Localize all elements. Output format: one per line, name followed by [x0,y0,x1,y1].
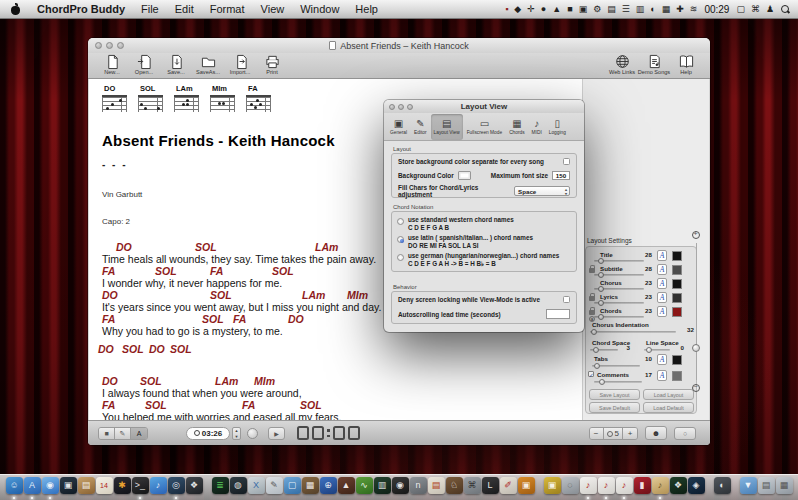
tabs-font-button[interactable]: A [657,354,667,365]
load-default-button[interactable]: Load Default [643,402,694,413]
page-zoom-slider[interactable] [692,231,704,392]
dock-contacts[interactable]: ▤ [78,477,95,494]
save-default-button[interactable]: Save Default [589,402,640,413]
slider-thumb[interactable] [598,258,604,264]
tab-midi[interactable]: ♪MIDI [529,114,545,140]
dock-safari[interactable]: ◉ [42,477,59,494]
chords-size-slider[interactable] [594,316,644,318]
subtitle-color-swatch[interactable] [672,265,682,275]
subtitle-font-button[interactable]: A [657,264,667,275]
radio-button[interactable] [397,218,404,225]
round-button[interactable] [247,428,258,439]
tabs-color-swatch[interactable] [672,355,682,365]
chorus-indentation-slider[interactable] [590,331,676,333]
radio-button[interactable] [397,254,404,261]
zoom-in-icon[interactable] [692,231,700,239]
slider-thumb[interactable] [598,300,604,306]
import-button[interactable]: Import... [224,54,256,75]
web-links-button[interactable]: Web Links [606,54,638,75]
menu-help[interactable]: Help [355,3,378,15]
title-size-slider[interactable] [594,260,644,262]
slider-thumb[interactable] [598,314,604,320]
dock-animal-app[interactable]: ♘ [446,477,463,494]
lyrics-font-button[interactable]: A [657,292,667,303]
open-button[interactable]: Open... [128,54,160,75]
chorus-size-slider[interactable] [594,288,644,290]
dock-mission-control[interactable]: ❖ [186,477,203,494]
gear-status-icon[interactable]: ⚙ [593,5,601,14]
window-titlebar[interactable]: Absent Friends – Keith Hancock [88,38,710,53]
dock-terminal[interactable]: >_ [132,477,149,494]
dock-magnifier-app[interactable]: ◌ [562,477,579,494]
help-button[interactable]: Help [670,54,702,75]
store-bg-checkbox[interactable] [563,158,570,165]
demo-songs-button[interactable]: Demo Songs [638,54,670,75]
dock-camera-app[interactable]: ◉ [392,477,409,494]
dock-app-store[interactable]: A [24,477,41,494]
autoscroll-field[interactable] [546,309,570,319]
new-button[interactable]: New... [96,54,128,75]
play-button[interactable]: ▶ [268,427,285,440]
chorus-font-button[interactable]: A [657,278,667,289]
accessibility-icon[interactable]: ⌘ [751,5,760,14]
slider-thumb[interactable] [598,286,604,292]
slider-thumb[interactable] [593,347,599,353]
dock-green-dark-app[interactable]: ❖ [670,477,687,494]
zoom-track[interactable] [696,243,698,380]
dock-activity-monitor[interactable]: ≣ [212,477,229,494]
wifi-icon[interactable]: ≋ [690,5,698,14]
comments-checkbox[interactable]: ✓ [588,371,594,377]
dock-chordpro-buddy-1[interactable]: ♪ [580,477,597,494]
saveas-button[interactable]: SaveAs... [192,54,224,75]
monitor-icon[interactable]: ▦ [662,5,671,14]
transpose-plus-button[interactable]: + [623,428,637,439]
tab-fullscreen-mode[interactable]: ▭Fullscreen Mode [464,114,505,140]
notifications-icon[interactable]: ▲ [552,5,561,14]
tab-editor[interactable]: ✎Editor [411,114,430,140]
zoom-out-icon[interactable] [692,384,700,392]
slider-thumb[interactable] [594,363,600,369]
comments-color-swatch[interactable] [672,371,682,381]
dock-downloads-folder[interactable]: ▼ [740,477,757,494]
shield-icon[interactable]: ◆ [514,5,521,14]
line-space-slider[interactable] [644,349,670,351]
bg-color-well[interactable] [458,171,471,180]
dock-textedit[interactable]: ✎ [266,477,283,494]
save-button[interactable]: Save... [160,54,192,75]
menu-file[interactable]: File [141,3,159,15]
lock-icon[interactable] [589,268,595,273]
deny-lock-checkbox[interactable] [563,296,570,303]
transpose-minus-button[interactable]: − [590,428,604,439]
comments-size-slider[interactable] [594,381,642,383]
comments-font-button[interactable]: A [657,370,667,381]
dock-music-folder[interactable]: ♪ [652,477,669,494]
dock-x11[interactable]: X [248,477,265,494]
lock-icon[interactable] [589,310,595,315]
view-segment-1[interactable]: ■ [99,428,115,439]
dialog-titlebar[interactable]: Layout View [384,100,584,113]
metronome-button[interactable]: ☻ [645,426,667,440]
dock-wizard-app[interactable]: ▲ [338,477,355,494]
keyboard-icon[interactable]: ▤ [607,5,616,14]
language-icon[interactable]: ● [541,5,546,14]
dock-blue-dark-app[interactable]: ◈ [688,477,705,494]
autoscroll-timer[interactable]: 03:26 [186,427,230,440]
menu-window[interactable]: Window [300,3,339,15]
menu-chordpro-buddy[interactable]: ChordPro Buddy [37,3,125,15]
battery-icon[interactable]: ▥ [636,5,645,14]
dock-photo-booth[interactable]: ▣ [60,477,77,494]
dock-letter-app[interactable]: L [482,477,499,494]
dock-itunes[interactable]: ♪ [150,477,167,494]
tab-layout-view[interactable]: ▤Layout View [431,114,463,140]
chords-color-swatch[interactable] [672,307,682,317]
dock-art-easel[interactable]: ▦ [302,477,319,494]
bluetooth-icon[interactable]: ✚ [676,5,684,14]
dock-chordpro-buddy-2[interactable]: ♪ [598,477,615,494]
lyrics-size-slider[interactable] [594,302,644,304]
dock-script-app[interactable]: n [410,477,427,494]
dock-command-app[interactable]: ⌘ [464,477,481,494]
view-segment-2[interactable]: ✎ [115,428,131,439]
dock-red-book[interactable]: ▮ [634,477,651,494]
radio-button[interactable] [397,236,404,243]
lock-icon[interactable]: ▣ [579,5,588,14]
